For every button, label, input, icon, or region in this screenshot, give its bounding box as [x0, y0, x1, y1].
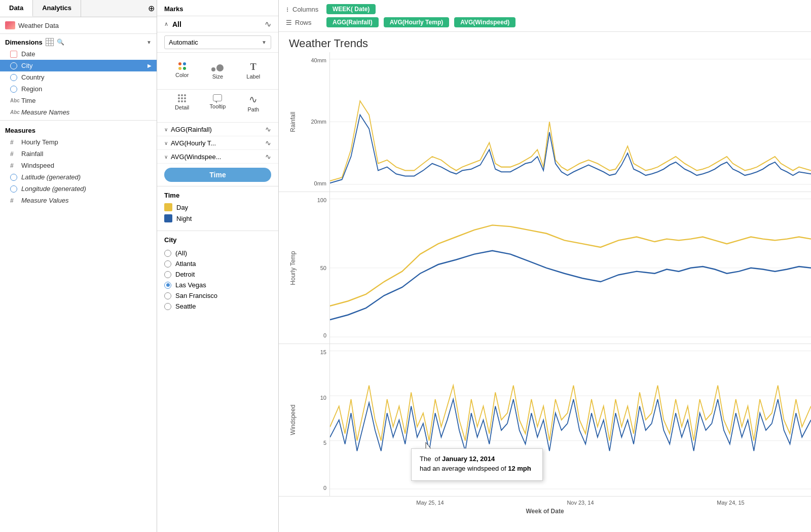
columns-shelf: ⫶ Columns WEEK( Date) [286, 4, 804, 14]
windspeed-chart-area: The of January 12, 2014 had an average w… [329, 344, 811, 496]
hourly-temp-svg [330, 192, 811, 344]
hourly-temp-y-label: Hourly Temp [279, 192, 307, 344]
measure-item-rainfall[interactable]: # Rainfall [0, 148, 157, 160]
legend-swatch-night [164, 214, 172, 222]
rainfall-chart-row: Rainfall 40mm 20mm 0mm [279, 52, 811, 192]
chart-title: Weather Trends [279, 32, 811, 52]
marks-field-hourly-temp[interactable]: ∨ AVG(Hourly T... ∿ [157, 136, 278, 150]
columns-pill-date[interactable]: WEEK( Date) [326, 4, 376, 14]
marks-dropdown[interactable]: Automatic ▼ [157, 32, 278, 53]
date-icon [10, 51, 17, 58]
rows-text: Rows [295, 19, 312, 26]
tab-analytics[interactable]: Analytics [33, 0, 81, 17]
dim-item-date[interactable]: Date [0, 48, 157, 60]
hash-icon-measure-values: # [10, 197, 17, 204]
rainfall-y-label: Rainfall [279, 52, 307, 192]
marks-field-rainfall[interactable]: ∨ AGG(Rainfall) ∿ [157, 123, 278, 136]
rainfall-y-axis: 40mm 20mm 0mm [307, 52, 329, 192]
radio-atlanta[interactable] [164, 260, 171, 268]
rows-shelf: ☰ Rows AGG(Rainfall) AVG(Hourly Temp) AV… [286, 17, 804, 27]
hash-icon-windspeed: # [10, 162, 17, 169]
tab-menu-button[interactable]: ⊕ [146, 0, 157, 17]
radio-detroit[interactable] [164, 271, 171, 278]
hourly-temp-field-chevron: ∨ [164, 140, 168, 146]
search-icon[interactable]: 🔍 [57, 38, 65, 46]
abc-icon-measure-names: Abc [10, 109, 17, 115]
rainfall-svg [330, 52, 811, 192]
globe-icon-longitude [10, 185, 17, 193]
rows-pill-hourly-temp[interactable]: AVG(Hourly Temp) [384, 17, 450, 27]
datasource-icon [5, 21, 15, 29]
measure-label-measure-values: Measure Values [21, 197, 68, 204]
radio-san-francisco[interactable] [164, 292, 171, 299]
arrow-icon[interactable]: ▼ [146, 40, 152, 45]
measure-item-windspeed[interactable]: # Windspeed [0, 160, 157, 171]
rainfall-field-label: AGG(Rainfall) [171, 126, 212, 133]
city-filter-section: City (All) Atlanta Detroit Las Vegas San… [157, 231, 278, 532]
tab-bar: Data Analytics ⊕ [0, 0, 157, 17]
marks-all-chevron[interactable]: ∧ [164, 21, 168, 27]
legend-label-night: Night [176, 215, 192, 222]
marks-path-button[interactable]: ∿ Path [236, 90, 271, 117]
marks-color-label: Color [175, 72, 189, 78]
city-dropdown-arrow[interactable]: ▶ [148, 63, 152, 68]
windspeed-field-line: ∿ [265, 153, 271, 161]
dim-item-country[interactable]: Country [0, 71, 157, 83]
dim-item-measure-names[interactable]: Abc Measure Names [0, 106, 157, 118]
tab-data[interactable]: Data [0, 0, 33, 17]
marks-buttons-row2: Detail Tooltip ∿ Path [157, 90, 278, 123]
tooltip-icon [213, 94, 222, 101]
city-option-seattle[interactable]: Seattle [164, 301, 271, 312]
measure-label-latitude: Latitude (generated) [21, 173, 81, 181]
radio-seattle[interactable] [164, 303, 171, 310]
dimensions-header: Dimensions 🔍 ▼ [0, 34, 157, 48]
marks-field-windspeed[interactable]: ∨ AVG(Windspee... ∿ [157, 150, 278, 164]
dim-label-measure-names: Measure Names [21, 108, 69, 116]
legend-item-day: Day [164, 203, 271, 211]
legend-swatch-day [164, 203, 172, 211]
globe-icon-latitude [10, 174, 17, 181]
measures-label: Measures [5, 127, 35, 134]
radio-all[interactable] [164, 250, 171, 257]
marks-detail-button[interactable]: Detail [164, 90, 200, 117]
dim-label-time: Time [21, 97, 35, 104]
marks-size-button[interactable]: Size [200, 58, 235, 84]
city-option-detroit[interactable]: Detroit [164, 269, 271, 280]
measure-item-latitude[interactable]: Latitude (generated) [0, 171, 157, 183]
dim-label-date: Date [21, 50, 35, 58]
city-label-seattle: Seattle [175, 302, 196, 310]
city-option-all[interactable]: (All) [164, 248, 271, 258]
city-option-las-vegas[interactable]: Las Vegas [164, 280, 271, 290]
city-label-las-vegas: Las Vegas [175, 281, 206, 289]
rows-pill-rainfall[interactable]: AGG(Rainfall) [326, 17, 379, 27]
marks-select-arrow[interactable]: ▼ [262, 40, 267, 45]
hash-icon-hourly-temp: # [10, 139, 17, 146]
city-option-atlanta[interactable]: Atlanta [164, 258, 271, 269]
marks-size-label: Size [212, 73, 223, 80]
rows-pill-windspeed[interactable]: AVG(Windspeed) [454, 17, 515, 27]
datasource-name: Weather Data [18, 22, 59, 29]
marks-color-button[interactable]: Color [164, 58, 200, 84]
rainfall-chart-area [329, 52, 811, 192]
hourly-temp-chart-area [329, 192, 811, 344]
marks-tooltip-button[interactable]: Tooltip [200, 90, 235, 117]
dim-item-time[interactable]: Abc Time [0, 95, 157, 106]
marks-label-button[interactable]: T Label [236, 58, 271, 84]
city-label-all: (All) [175, 249, 187, 257]
measure-item-longitude[interactable]: Longitude (generated) [0, 183, 157, 195]
middle-panel: Marks ∧ All ∿ Automatic ▼ Color Size [157, 0, 279, 532]
marks-all-label: All [172, 20, 181, 28]
radio-las-vegas[interactable] [164, 282, 171, 289]
x-label-3: May 24, 15 [717, 500, 744, 506]
label-icon: T [250, 62, 256, 71]
grid-icon[interactable] [46, 38, 54, 46]
measure-item-hourly-temp[interactable]: # Hourly Temp [0, 136, 157, 148]
dim-item-city[interactable]: City ▶ [0, 60, 157, 71]
city-option-san-francisco[interactable]: San Francisco [164, 290, 271, 301]
measures-header: Measures [0, 123, 157, 136]
rainfall-field-line: ∿ [265, 125, 271, 133]
time-filter-pill[interactable]: Time [164, 168, 271, 182]
dim-item-region[interactable]: Region [0, 83, 157, 95]
measure-item-measure-values[interactable]: # Measure Values [0, 195, 157, 206]
marks-tooltip-label: Tooltip [210, 103, 226, 109]
